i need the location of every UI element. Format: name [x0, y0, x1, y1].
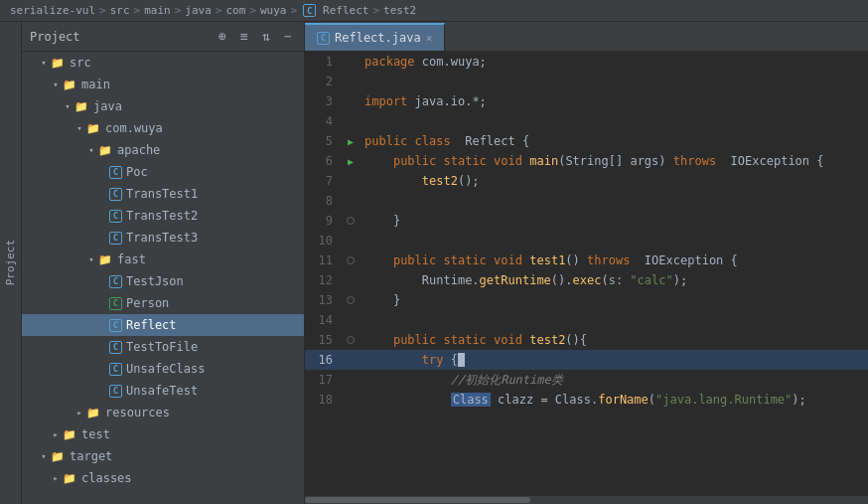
line-num-6: 6	[305, 154, 341, 168]
tree-label-comwuya: com.wuya	[105, 121, 163, 135]
tree-arrow-test	[50, 428, 62, 440]
bc-wuya[interactable]: wuya	[260, 4, 287, 17]
line-content-11[interactable]: public static void test1() throws IOExce…	[361, 253, 738, 267]
tree-item-comwuya[interactable]: 📁 com.wuya	[22, 117, 304, 139]
bc-test2[interactable]: test2	[383, 4, 416, 17]
line-content-9[interactable]: }	[361, 214, 400, 228]
tree-item-target[interactable]: 📁 target	[22, 445, 304, 467]
folder-icon-test: 📁	[62, 426, 77, 442]
run-arrow-5[interactable]: ▶	[348, 136, 354, 147]
tree-item-test[interactable]: 📁 test	[22, 423, 304, 445]
toolbar-equalize-icon[interactable]: ≡	[236, 29, 252, 45]
line-content-16[interactable]: try {	[361, 353, 465, 367]
line-num-13: 13	[305, 293, 341, 307]
java-icon-testjson: C	[109, 275, 122, 288]
tree-item-transtest3[interactable]: C TransTest3	[22, 227, 304, 249]
line-content-4[interactable]	[361, 114, 371, 128]
line-content-2[interactable]	[361, 75, 371, 88]
line-content-10[interactable]	[361, 234, 371, 248]
folder-icon-src: 📁	[50, 55, 66, 71]
sidebar-title: Project	[30, 30, 209, 44]
code-line-1: 1 package com.wuya;	[305, 52, 868, 72]
tree-label-unsafetest: UnsafeTest	[126, 384, 198, 398]
line-gutter-9	[341, 217, 361, 225]
tree-item-classes[interactable]: 📁 classes	[22, 467, 304, 489]
toolbar-minus-icon[interactable]: −	[280, 29, 296, 45]
line-content-7[interactable]: test2();	[361, 174, 480, 188]
line-num-11: 11	[305, 253, 341, 267]
tree-item-reflect[interactable]: C Reflect	[22, 314, 304, 336]
line-num-12: 12	[305, 273, 341, 287]
tree-item-unsafetest[interactable]: C UnsafeTest	[22, 380, 304, 402]
bc-src[interactable]: src	[110, 4, 130, 17]
bc-sep1: >	[99, 4, 106, 17]
tree-item-testtofile[interactable]: C TestToFile	[22, 336, 304, 358]
project-tab-label[interactable]: Project	[4, 240, 17, 285]
tree-item-poc[interactable]: C Poc	[22, 161, 304, 183]
bc-com[interactable]: com	[225, 4, 245, 17]
tree-arrow-apache	[85, 144, 97, 156]
tree-item-java[interactable]: 📁 java	[22, 95, 304, 117]
tree-item-person[interactable]: C Person	[22, 292, 304, 314]
bp-dot-13[interactable]	[347, 296, 355, 304]
folder-icon-classes: 📁	[62, 470, 77, 486]
editor-tab-reflect[interactable]: C Reflect.java ×	[305, 23, 445, 51]
java-icon-reflect: C	[109, 319, 122, 332]
tab-icon-reflect: C	[317, 32, 330, 45]
bp-dot-15[interactable]	[347, 336, 355, 344]
line-content-3[interactable]: import java.io.*;	[361, 94, 487, 108]
tree-item-main[interactable]: 📁 main	[22, 74, 304, 95]
tree-arrow-src	[38, 57, 50, 69]
bc-java[interactable]: java	[185, 4, 212, 17]
line-num-5: 5	[305, 134, 341, 148]
java-icon-testtofile: C	[109, 341, 122, 354]
toolbar-cog-icon[interactable]: ⊕	[215, 29, 230, 45]
line-num-1: 1	[305, 55, 341, 69]
tree-label-apache: apache	[117, 143, 160, 157]
java-icon-unsafetest: C	[109, 385, 122, 398]
tree-item-src[interactable]: 📁 src	[22, 52, 304, 74]
tree-arrow-fast	[85, 253, 97, 265]
bc-sep2: >	[134, 4, 141, 17]
tree-item-resources[interactable]: 📁 resources	[22, 402, 304, 423]
bc-main[interactable]: main	[144, 4, 171, 17]
tree-item-apache[interactable]: 📁 apache	[22, 139, 304, 161]
line-content-8[interactable]	[361, 194, 371, 208]
tree-item-testjson[interactable]: C TestJson	[22, 270, 304, 292]
tree-item-transtest2[interactable]: C TransTest2	[22, 205, 304, 227]
tree-item-unsafeclass[interactable]: C UnsafeClass	[22, 358, 304, 380]
line-content-12[interactable]: Runtime.getRuntime().exec(s: "calc");	[361, 273, 687, 287]
tree-arrow-target	[38, 450, 50, 462]
tree-label-resources: resources	[105, 406, 170, 420]
main-area: Project Project ⊕ ≡ ⇅ − 📁 src 📁	[0, 22, 868, 504]
tree-item-transtest1[interactable]: C TransTest1	[22, 183, 304, 205]
tree-arrow-java	[62, 100, 73, 112]
toolbar-sort-icon[interactable]: ⇅	[258, 29, 274, 45]
line-num-3: 3	[305, 94, 341, 108]
code-editor[interactable]: 1 package com.wuya; 2 3 import java.io.*…	[305, 52, 868, 496]
line-content-17[interactable]: //初始化Runtime类	[361, 372, 563, 389]
tree-label-target: target	[70, 449, 112, 463]
line-content-5[interactable]: public class Reflect {	[361, 134, 529, 148]
line-content-15[interactable]: public static void test2(){	[361, 333, 587, 347]
bc-reflect[interactable]: Reflect	[323, 4, 368, 17]
bp-dot-9[interactable]	[347, 217, 355, 225]
run-arrow-6[interactable]: ▶	[348, 156, 354, 167]
code-line-16: 16 try {	[305, 350, 868, 370]
line-content-14[interactable]	[361, 313, 371, 327]
tree-item-fast[interactable]: 📁 fast	[22, 249, 304, 270]
bp-dot-11[interactable]	[347, 256, 355, 264]
line-content-13[interactable]: }	[361, 293, 400, 307]
tab-close-reflect[interactable]: ×	[426, 32, 433, 45]
line-content-6[interactable]: public static void main(String[] args) t…	[361, 154, 824, 168]
java-icon-transtest1: C	[109, 188, 122, 201]
line-content-18[interactable]: Class clazz = Class.forName("java.lang.R…	[361, 393, 806, 407]
horizontal-scrollbar[interactable]	[305, 496, 868, 504]
code-line-13: 13 }	[305, 290, 868, 310]
line-gutter-15	[341, 336, 361, 344]
line-content-1[interactable]: package com.wuya;	[361, 55, 487, 69]
line-num-8: 8	[305, 194, 341, 208]
tree-label-src: src	[70, 56, 91, 70]
bc-project[interactable]: serialize-vul	[10, 4, 95, 17]
folder-icon-target: 📁	[50, 448, 66, 464]
